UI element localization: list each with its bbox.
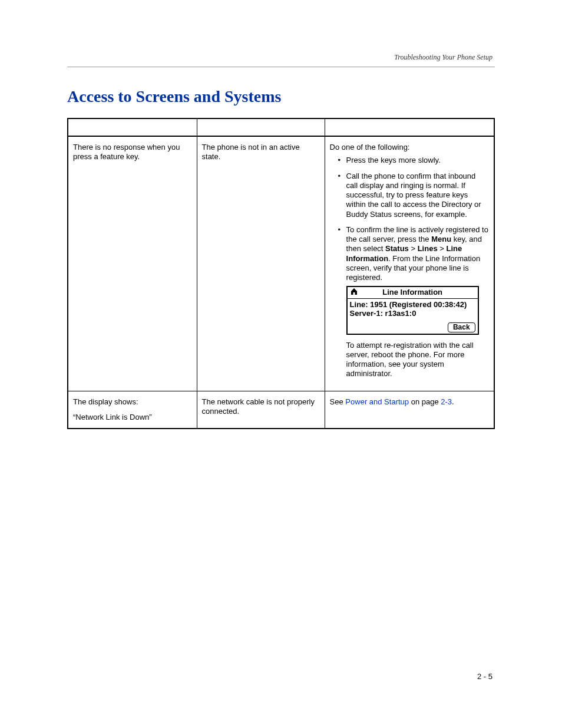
table-row: The display shows: “Network Link is Down… (68, 391, 494, 429)
lcd-screenshot: Line Information Line: 1951 (Registered … (346, 286, 479, 334)
action-period: . (452, 397, 454, 406)
lcd-back-button: Back (448, 322, 475, 332)
col-header-action (325, 118, 494, 136)
action-bullet-list: Press the keys more slowly. Call the pho… (346, 156, 489, 378)
cause-cell: The phone is not in an active state. (197, 136, 325, 391)
power-startup-link[interactable]: Power and Startup (345, 397, 409, 406)
troubleshooting-table: There is no response when you press a fe… (67, 118, 495, 429)
symptom-text: The display shows: (73, 397, 192, 407)
lcd-body: Line: 1951 (Registered 00:38:42) Server-… (348, 299, 478, 334)
symptom-cell: The display shows: “Network Link is Down… (68, 391, 197, 429)
action-cell: Do one of the following: Press the keys … (325, 136, 494, 391)
cause-text: The network cable is not properly connec… (202, 397, 315, 416)
lcd-line-status: Line: 1951 (Registered 00:38:42) (350, 300, 475, 309)
menu-sep: > (409, 244, 418, 253)
lcd-title-bar: Line Information (348, 287, 478, 298)
action-see: See (330, 397, 346, 406)
menu-sep: > (438, 244, 447, 253)
page-number: 2 - 5 (477, 672, 492, 681)
page-ref-link[interactable]: 2-3 (441, 397, 452, 406)
col-header-cause (197, 118, 325, 136)
list-item: Call the phone to confirm that inbound c… (346, 172, 489, 219)
list-item: To confirm the line is actively register… (346, 225, 489, 379)
symptom-text-2: “Network Link is Down” (73, 413, 192, 422)
header-rule (67, 67, 495, 67)
list-item: Press the keys more slowly. (346, 156, 489, 165)
symptom-text: There is no response when you press a fe… (73, 143, 180, 161)
home-icon (350, 288, 358, 298)
table-row: There is no response when you press a fe… (68, 136, 494, 391)
action-cell: See Power and Startup on page 2-3. (325, 391, 494, 429)
col-header-symptom (68, 118, 197, 136)
symptom-cell: There is no response when you press a fe… (68, 136, 197, 391)
action-page-pre: on page (409, 397, 441, 406)
page-title: Access to Screens and Systems (67, 87, 281, 106)
cause-text: The phone is not in an active state. (202, 143, 300, 161)
menu-path-lines: Lines (418, 244, 438, 253)
cause-cell: The network cable is not properly connec… (197, 391, 325, 429)
lcd-server-status: Server-1: r13as1:0 (350, 309, 475, 318)
menu-key-label: Menu (431, 235, 451, 243)
action-lead: Do one of the following: (330, 143, 410, 151)
bullet-text: Press the keys more slowly. (346, 156, 441, 164)
header-section-label: Troubleshooting Your Phone Setup (394, 53, 492, 62)
bullet-text-part: To attempt re-registration with the call… (346, 341, 474, 378)
menu-path-status: Status (385, 244, 409, 253)
lcd-title-text: Line Information (382, 288, 442, 297)
bullet-text: Call the phone to confirm that inbound c… (346, 172, 481, 219)
